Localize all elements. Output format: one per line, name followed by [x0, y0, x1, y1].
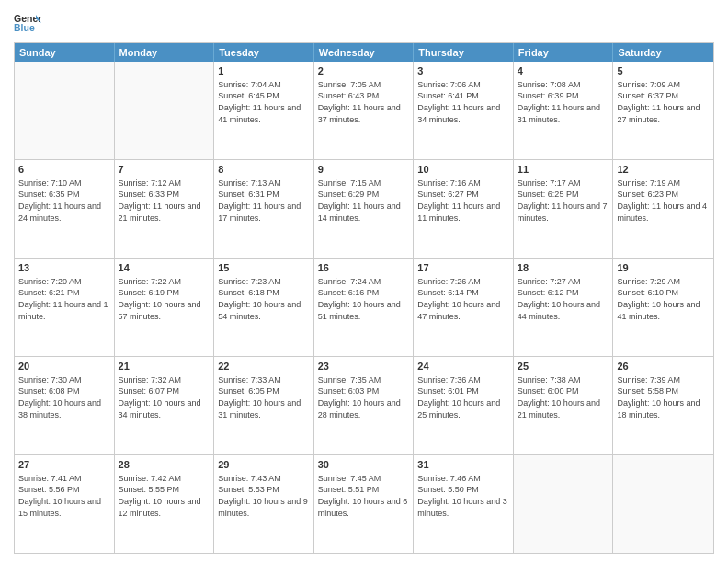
calendar-cell-day-7: 7Sunrise: 7:12 AM Sunset: 6:33 PM Daylig…	[115, 160, 215, 258]
calendar-cell-day-19: 19Sunrise: 7:29 AM Sunset: 6:10 PM Dayli…	[613, 259, 713, 356]
calendar-cell-empty	[115, 62, 215, 159]
calendar-row-3: 20Sunrise: 7:30 AM Sunset: 6:08 PM Dayli…	[15, 356, 713, 454]
cell-text: Sunrise: 7:29 AM Sunset: 6:10 PM Dayligh…	[617, 276, 710, 322]
day-number: 9	[318, 163, 410, 177]
calendar-cell-day-27: 27Sunrise: 7:41 AM Sunset: 5:56 PM Dayli…	[15, 455, 115, 553]
day-number: 3	[417, 64, 509, 78]
calendar-cell-day-28: 28Sunrise: 7:42 AM Sunset: 5:55 PM Dayli…	[115, 455, 215, 553]
weekday-header-saturday: Saturday	[613, 43, 713, 62]
cell-text: Sunrise: 7:30 AM Sunset: 6:08 PM Dayligh…	[18, 374, 110, 420]
cell-text: Sunrise: 7:38 AM Sunset: 6:00 PM Dayligh…	[518, 374, 609, 420]
calendar-cell-day-30: 30Sunrise: 7:45 AM Sunset: 5:51 PM Dayli…	[314, 455, 415, 553]
cell-text: Sunrise: 7:19 AM Sunset: 6:23 PM Dayligh…	[617, 178, 710, 224]
day-number: 14	[119, 261, 210, 275]
svg-text:Blue: Blue	[14, 22, 35, 33]
cell-text: Sunrise: 7:36 AM Sunset: 6:01 PM Dayligh…	[417, 374, 509, 420]
day-number: 5	[617, 64, 710, 78]
weekday-header-thursday: Thursday	[414, 43, 514, 62]
calendar-cell-day-1: 1Sunrise: 7:04 AM Sunset: 6:45 PM Daylig…	[214, 62, 314, 159]
day-number: 23	[318, 360, 410, 373]
day-number: 16	[318, 261, 410, 275]
weekday-header-monday: Monday	[115, 43, 215, 62]
weekday-header-friday: Friday	[514, 43, 614, 62]
logo-icon: General Blue	[14, 9, 41, 37]
cell-text: Sunrise: 7:41 AM Sunset: 5:56 PM Dayligh…	[18, 473, 110, 519]
page: General Blue SundayMondayTuesdayWednesda…	[0, 0, 728, 563]
cell-text: Sunrise: 7:16 AM Sunset: 6:27 PM Dayligh…	[417, 178, 509, 224]
calendar-cell-day-18: 18Sunrise: 7:27 AM Sunset: 6:12 PM Dayli…	[514, 259, 614, 356]
cell-text: Sunrise: 7:33 AM Sunset: 6:05 PM Dayligh…	[218, 374, 310, 420]
cell-text: Sunrise: 7:46 AM Sunset: 5:50 PM Dayligh…	[417, 473, 509, 519]
day-number: 8	[218, 163, 310, 177]
calendar-cell-empty	[613, 455, 713, 553]
cell-text: Sunrise: 7:06 AM Sunset: 6:41 PM Dayligh…	[417, 79, 509, 125]
cell-text: Sunrise: 7:32 AM Sunset: 6:07 PM Dayligh…	[119, 374, 210, 420]
day-number: 19	[617, 261, 710, 275]
day-number: 30	[318, 458, 410, 472]
day-number: 11	[518, 163, 609, 177]
calendar-cell-day-15: 15Sunrise: 7:23 AM Sunset: 6:18 PM Dayli…	[214, 259, 314, 356]
cell-text: Sunrise: 7:43 AM Sunset: 5:53 PM Dayligh…	[218, 473, 310, 519]
calendar-cell-day-24: 24Sunrise: 7:36 AM Sunset: 6:01 PM Dayli…	[414, 357, 514, 454]
cell-text: Sunrise: 7:04 AM Sunset: 6:45 PM Dayligh…	[218, 79, 310, 125]
cell-text: Sunrise: 7:05 AM Sunset: 6:43 PM Dayligh…	[318, 79, 410, 125]
calendar-cell-day-14: 14Sunrise: 7:22 AM Sunset: 6:19 PM Dayli…	[115, 259, 215, 356]
day-number: 24	[417, 360, 509, 373]
cell-text: Sunrise: 7:15 AM Sunset: 6:29 PM Dayligh…	[318, 178, 410, 224]
weekday-header-tuesday: Tuesday	[214, 43, 314, 62]
calendar-cell-day-12: 12Sunrise: 7:19 AM Sunset: 6:23 PM Dayli…	[613, 160, 713, 258]
calendar-row-0: 1Sunrise: 7:04 AM Sunset: 6:45 PM Daylig…	[15, 62, 713, 159]
cell-text: Sunrise: 7:23 AM Sunset: 6:18 PM Dayligh…	[218, 276, 310, 322]
cell-text: Sunrise: 7:39 AM Sunset: 5:58 PM Dayligh…	[617, 374, 710, 420]
calendar-cell-day-29: 29Sunrise: 7:43 AM Sunset: 5:53 PM Dayli…	[214, 455, 314, 553]
calendar-cell-empty	[15, 62, 115, 159]
cell-text: Sunrise: 7:20 AM Sunset: 6:21 PM Dayligh…	[18, 276, 110, 322]
day-number: 2	[318, 64, 410, 78]
day-number: 4	[518, 64, 609, 78]
day-number: 12	[617, 163, 710, 177]
calendar-body: 1Sunrise: 7:04 AM Sunset: 6:45 PM Daylig…	[15, 62, 713, 553]
day-number: 27	[18, 458, 110, 472]
calendar-cell-day-17: 17Sunrise: 7:26 AM Sunset: 6:14 PM Dayli…	[414, 259, 514, 356]
cell-text: Sunrise: 7:13 AM Sunset: 6:31 PM Dayligh…	[218, 178, 310, 224]
cell-text: Sunrise: 7:26 AM Sunset: 6:14 PM Dayligh…	[417, 276, 509, 322]
calendar-cell-day-13: 13Sunrise: 7:20 AM Sunset: 6:21 PM Dayli…	[15, 259, 115, 356]
calendar-cell-day-21: 21Sunrise: 7:32 AM Sunset: 6:07 PM Dayli…	[115, 357, 215, 454]
day-number: 22	[218, 360, 310, 373]
day-number: 10	[417, 163, 509, 177]
day-number: 20	[18, 360, 110, 373]
cell-text: Sunrise: 7:45 AM Sunset: 5:51 PM Dayligh…	[318, 473, 410, 519]
weekday-header-sunday: Sunday	[15, 43, 115, 62]
day-number: 13	[18, 261, 110, 275]
cell-text: Sunrise: 7:27 AM Sunset: 6:12 PM Dayligh…	[518, 276, 609, 322]
calendar-cell-day-20: 20Sunrise: 7:30 AM Sunset: 6:08 PM Dayli…	[15, 357, 115, 454]
calendar-cell-day-11: 11Sunrise: 7:17 AM Sunset: 6:25 PM Dayli…	[514, 160, 614, 258]
calendar-header: SundayMondayTuesdayWednesdayThursdayFrid…	[15, 43, 713, 62]
cell-text: Sunrise: 7:42 AM Sunset: 5:55 PM Dayligh…	[119, 473, 210, 519]
cell-text: Sunrise: 7:09 AM Sunset: 6:37 PM Dayligh…	[617, 79, 710, 125]
day-number: 6	[18, 163, 110, 177]
header: General Blue	[14, 9, 714, 37]
calendar-row-2: 13Sunrise: 7:20 AM Sunset: 6:21 PM Dayli…	[15, 258, 713, 356]
day-number: 18	[518, 261, 609, 275]
day-number: 26	[617, 360, 710, 373]
calendar-cell-day-6: 6Sunrise: 7:10 AM Sunset: 6:35 PM Daylig…	[15, 160, 115, 258]
day-number: 17	[417, 261, 509, 275]
calendar-cell-empty	[514, 455, 614, 553]
logo: General Blue	[14, 9, 41, 37]
calendar-cell-day-25: 25Sunrise: 7:38 AM Sunset: 6:00 PM Dayli…	[514, 357, 614, 454]
calendar-cell-day-31: 31Sunrise: 7:46 AM Sunset: 5:50 PM Dayli…	[414, 455, 514, 553]
calendar-cell-day-23: 23Sunrise: 7:35 AM Sunset: 6:03 PM Dayli…	[314, 357, 415, 454]
calendar-cell-day-16: 16Sunrise: 7:24 AM Sunset: 6:16 PM Dayli…	[314, 259, 415, 356]
calendar-row-4: 27Sunrise: 7:41 AM Sunset: 5:56 PM Dayli…	[15, 454, 713, 553]
calendar-cell-day-9: 9Sunrise: 7:15 AM Sunset: 6:29 PM Daylig…	[314, 160, 415, 258]
day-number: 31	[417, 458, 509, 472]
cell-text: Sunrise: 7:10 AM Sunset: 6:35 PM Dayligh…	[18, 178, 110, 224]
cell-text: Sunrise: 7:17 AM Sunset: 6:25 PM Dayligh…	[518, 178, 609, 224]
calendar-cell-day-5: 5Sunrise: 7:09 AM Sunset: 6:37 PM Daylig…	[613, 62, 713, 159]
cell-text: Sunrise: 7:35 AM Sunset: 6:03 PM Dayligh…	[318, 374, 410, 420]
day-number: 28	[119, 458, 210, 472]
calendar-cell-day-4: 4Sunrise: 7:08 AM Sunset: 6:39 PM Daylig…	[514, 62, 614, 159]
cell-text: Sunrise: 7:22 AM Sunset: 6:19 PM Dayligh…	[119, 276, 210, 322]
calendar-cell-day-10: 10Sunrise: 7:16 AM Sunset: 6:27 PM Dayli…	[414, 160, 514, 258]
